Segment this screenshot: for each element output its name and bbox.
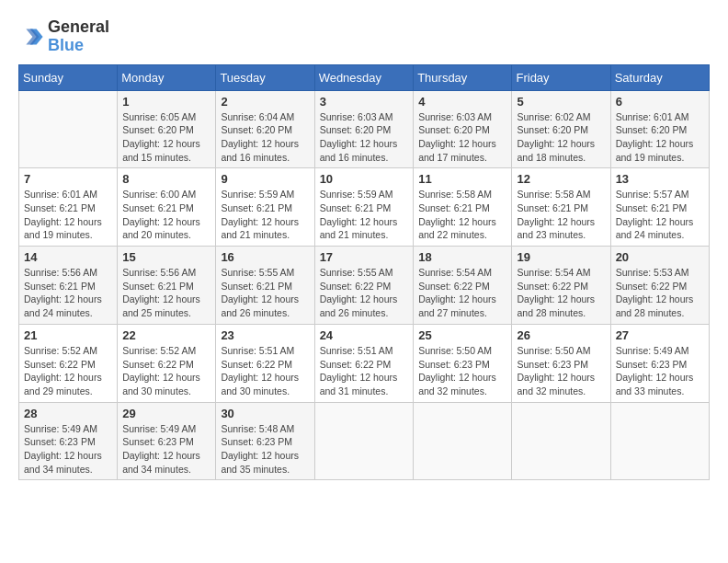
day-info: Sunrise: 5:51 AM Sunset: 6:22 PM Dayligh…	[320, 344, 409, 398]
day-info: Sunrise: 5:49 AM Sunset: 6:23 PM Dayligh…	[24, 422, 112, 477]
logo-text: General Blue	[48, 18, 109, 55]
day-number: 10	[320, 172, 409, 186]
day-info: Sunrise: 5:54 AM Sunset: 6:22 PM Dayligh…	[517, 266, 605, 320]
day-number: 15	[122, 250, 210, 264]
day-number: 7	[24, 172, 112, 186]
day-info: Sunrise: 5:49 AM Sunset: 6:23 PM Dayligh…	[122, 422, 210, 477]
day-number: 6	[616, 95, 704, 109]
day-number: 5	[517, 95, 605, 109]
calendar-cell: 20Sunrise: 5:53 AM Sunset: 6:22 PM Dayli…	[610, 247, 709, 325]
calendar-cell: 8Sunrise: 6:00 AM Sunset: 6:21 PM Daylig…	[118, 168, 216, 247]
day-number: 30	[221, 407, 309, 420]
header-day-thursday: Thursday	[414, 64, 512, 90]
header-day-sunday: Sunday	[19, 64, 118, 90]
header-day-saturday: Saturday	[610, 64, 709, 90]
calendar-cell	[314, 402, 414, 480]
day-number: 18	[418, 250, 506, 264]
calendar-table: SundayMondayTuesdayWednesdayThursdayFrid…	[18, 64, 710, 481]
calendar-cell: 1Sunrise: 6:05 AM Sunset: 6:20 PM Daylig…	[118, 90, 216, 168]
calendar-cell: 26Sunrise: 5:50 AM Sunset: 6:23 PM Dayli…	[512, 324, 610, 402]
day-info: Sunrise: 5:56 AM Sunset: 6:21 PM Dayligh…	[24, 266, 112, 320]
calendar-week-row: 7Sunrise: 6:01 AM Sunset: 6:21 PM Daylig…	[19, 168, 710, 247]
calendar-cell: 13Sunrise: 5:57 AM Sunset: 6:21 PM Dayli…	[610, 168, 709, 247]
day-info: Sunrise: 5:59 AM Sunset: 6:21 PM Dayligh…	[320, 188, 409, 242]
calendar-cell: 11Sunrise: 5:58 AM Sunset: 6:21 PM Dayli…	[414, 168, 512, 247]
calendar-week-row: 21Sunrise: 5:52 AM Sunset: 6:22 PM Dayli…	[19, 324, 710, 402]
calendar-cell: 23Sunrise: 5:51 AM Sunset: 6:22 PM Dayli…	[216, 324, 314, 402]
day-number: 13	[616, 172, 704, 186]
calendar-cell	[512, 402, 610, 480]
calendar-cell: 15Sunrise: 5:56 AM Sunset: 6:21 PM Dayli…	[118, 247, 216, 325]
day-number: 11	[418, 172, 506, 186]
calendar-week-row: 28Sunrise: 5:49 AM Sunset: 6:23 PM Dayli…	[19, 402, 710, 480]
day-number: 9	[221, 172, 309, 186]
day-info: Sunrise: 5:51 AM Sunset: 6:22 PM Dayligh…	[221, 344, 309, 398]
calendar-cell: 19Sunrise: 5:54 AM Sunset: 6:22 PM Dayli…	[512, 247, 610, 325]
day-number: 28	[24, 407, 112, 420]
calendar-cell: 18Sunrise: 5:54 AM Sunset: 6:22 PM Dayli…	[414, 247, 512, 325]
page-header: General Blue	[18, 18, 710, 55]
day-info: Sunrise: 5:49 AM Sunset: 6:23 PM Dayligh…	[616, 344, 704, 398]
calendar-cell: 27Sunrise: 5:49 AM Sunset: 6:23 PM Dayli…	[610, 324, 709, 402]
day-number: 21	[24, 328, 112, 342]
header-day-tuesday: Tuesday	[216, 64, 314, 90]
day-info: Sunrise: 5:50 AM Sunset: 6:23 PM Dayligh…	[418, 344, 506, 398]
calendar-cell: 3Sunrise: 6:03 AM Sunset: 6:20 PM Daylig…	[314, 90, 414, 168]
calendar-cell: 16Sunrise: 5:55 AM Sunset: 6:21 PM Dayli…	[216, 247, 314, 325]
day-number: 23	[221, 328, 309, 342]
calendar-cell: 30Sunrise: 5:48 AM Sunset: 6:23 PM Dayli…	[216, 402, 314, 480]
calendar-cell: 17Sunrise: 5:55 AM Sunset: 6:22 PM Dayli…	[314, 247, 414, 325]
day-info: Sunrise: 6:04 AM Sunset: 6:20 PM Dayligh…	[221, 110, 309, 165]
header-day-monday: Monday	[118, 64, 216, 90]
calendar-cell	[19, 90, 118, 168]
calendar-cell: 21Sunrise: 5:52 AM Sunset: 6:22 PM Dayli…	[19, 324, 118, 402]
calendar-cell: 4Sunrise: 6:03 AM Sunset: 6:20 PM Daylig…	[414, 90, 512, 168]
day-number: 27	[616, 328, 704, 342]
day-info: Sunrise: 6:00 AM Sunset: 6:21 PM Dayligh…	[122, 188, 210, 242]
day-info: Sunrise: 6:01 AM Sunset: 6:20 PM Dayligh…	[616, 110, 704, 165]
day-info: Sunrise: 5:58 AM Sunset: 6:21 PM Dayligh…	[517, 188, 605, 242]
logo-icon	[18, 24, 44, 50]
calendar-week-row: 14Sunrise: 5:56 AM Sunset: 6:21 PM Dayli…	[19, 247, 710, 325]
calendar-header-row: SundayMondayTuesdayWednesdayThursdayFrid…	[19, 64, 710, 90]
day-number: 24	[320, 328, 409, 342]
header-day-friday: Friday	[512, 64, 610, 90]
day-number: 25	[418, 328, 506, 342]
day-number: 16	[221, 250, 309, 264]
calendar-cell	[414, 402, 512, 480]
day-number: 20	[616, 250, 704, 264]
day-info: Sunrise: 6:02 AM Sunset: 6:20 PM Dayligh…	[517, 110, 605, 165]
calendar-cell: 12Sunrise: 5:58 AM Sunset: 6:21 PM Dayli…	[512, 168, 610, 247]
day-number: 19	[517, 250, 605, 264]
day-info: Sunrise: 5:56 AM Sunset: 6:21 PM Dayligh…	[122, 266, 210, 320]
calendar-week-row: 1Sunrise: 6:05 AM Sunset: 6:20 PM Daylig…	[19, 90, 710, 168]
day-info: Sunrise: 5:50 AM Sunset: 6:23 PM Dayligh…	[517, 344, 605, 398]
day-number: 17	[320, 250, 409, 264]
day-number: 3	[320, 95, 409, 109]
logo: General Blue	[18, 18, 109, 55]
calendar-cell: 22Sunrise: 5:52 AM Sunset: 6:22 PM Dayli…	[118, 324, 216, 402]
day-number: 12	[517, 172, 605, 186]
day-number: 14	[24, 250, 112, 264]
day-info: Sunrise: 5:58 AM Sunset: 6:21 PM Dayligh…	[418, 188, 506, 242]
day-info: Sunrise: 5:59 AM Sunset: 6:21 PM Dayligh…	[221, 188, 309, 242]
calendar-cell: 28Sunrise: 5:49 AM Sunset: 6:23 PM Dayli…	[19, 402, 118, 480]
day-info: Sunrise: 5:57 AM Sunset: 6:21 PM Dayligh…	[616, 188, 704, 242]
calendar-cell: 25Sunrise: 5:50 AM Sunset: 6:23 PM Dayli…	[414, 324, 512, 402]
day-info: Sunrise: 5:55 AM Sunset: 6:21 PM Dayligh…	[221, 266, 309, 320]
calendar-cell: 10Sunrise: 5:59 AM Sunset: 6:21 PM Dayli…	[314, 168, 414, 247]
day-number: 4	[418, 95, 506, 109]
day-number: 1	[122, 95, 210, 109]
day-info: Sunrise: 5:55 AM Sunset: 6:22 PM Dayligh…	[320, 266, 409, 320]
calendar-cell: 24Sunrise: 5:51 AM Sunset: 6:22 PM Dayli…	[314, 324, 414, 402]
day-number: 22	[122, 328, 210, 342]
calendar-cell	[610, 402, 709, 480]
day-info: Sunrise: 5:48 AM Sunset: 6:23 PM Dayligh…	[221, 422, 309, 477]
day-info: Sunrise: 5:52 AM Sunset: 6:22 PM Dayligh…	[24, 344, 112, 398]
calendar-cell: 6Sunrise: 6:01 AM Sunset: 6:20 PM Daylig…	[610, 90, 709, 168]
calendar-cell: 29Sunrise: 5:49 AM Sunset: 6:23 PM Dayli…	[118, 402, 216, 480]
day-info: Sunrise: 6:05 AM Sunset: 6:20 PM Dayligh…	[122, 110, 210, 165]
day-info: Sunrise: 6:01 AM Sunset: 6:21 PM Dayligh…	[24, 188, 112, 242]
calendar-cell: 7Sunrise: 6:01 AM Sunset: 6:21 PM Daylig…	[19, 168, 118, 247]
day-number: 8	[122, 172, 210, 186]
